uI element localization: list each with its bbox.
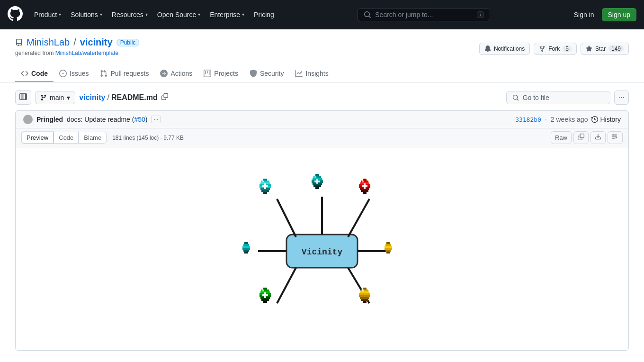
- svg-rect-38: [361, 190, 368, 192]
- tab-code[interactable]: Code: [15, 66, 54, 82]
- chevron-down-icon: ▾: [145, 12, 148, 17]
- svg-rect-63: [262, 290, 264, 291]
- commit-time: ·: [545, 116, 547, 123]
- sidebar-toggle-button[interactable]: [15, 90, 31, 105]
- site-header: Product ▾ Solutions ▾ Resources ▾ Open S…: [0, 0, 644, 29]
- svg-rect-48: [244, 252, 248, 253]
- repo-icon: [15, 39, 23, 46]
- file-view-tabs: Preview Code Blame: [21, 132, 107, 144]
- svg-rect-66: [363, 288, 367, 290]
- copy-path-button[interactable]: [160, 92, 170, 102]
- list-icon: [612, 134, 618, 140]
- tab-projects[interactable]: Projects: [198, 66, 244, 82]
- tab-security[interactable]: Security: [244, 66, 290, 82]
- svg-rect-18: [262, 181, 264, 182]
- svg-rect-42: [362, 185, 367, 187]
- svg-rect-72: [361, 299, 368, 301]
- breadcrumb-separator: /: [107, 93, 109, 102]
- svg-line-3: [277, 199, 296, 237]
- commit-pr-link[interactable]: #50: [134, 116, 145, 123]
- bell-icon: [484, 45, 491, 52]
- header-auth-actions: Sign in Sign up: [570, 8, 636, 21]
- svg-line-8: [277, 268, 296, 303]
- svg-text:Vicinity: Vicinity: [302, 247, 343, 257]
- tab-pull-requests[interactable]: Pull requests: [94, 66, 154, 82]
- readme-image: Vicinity: [27, 159, 617, 339]
- tab-actions[interactable]: Actions: [154, 66, 198, 82]
- repo-tabs: Code Issues Pull requests Actions Projec…: [15, 66, 629, 82]
- svg-rect-10: [263, 179, 267, 181]
- tab-issues[interactable]: Issues: [54, 66, 94, 82]
- chevron-down-icon: ▾: [59, 12, 61, 17]
- sidebar-icon: [19, 93, 27, 100]
- projects-icon: [204, 70, 211, 77]
- fork-icon: [539, 45, 546, 52]
- svg-rect-31: [314, 181, 320, 182]
- commit-author[interactable]: Pringled: [36, 116, 63, 123]
- main-content: main ▾ vicinity / README.md Go to file: [0, 82, 644, 358]
- github-logo[interactable]: [8, 6, 23, 23]
- nav-pricing[interactable]: Pricing: [250, 8, 278, 21]
- repo-subtitle: generated from MinishLab/watertemplate: [15, 50, 139, 60]
- nav-enterprise[interactable]: Enterprise ▾: [206, 8, 248, 21]
- nav-resources[interactable]: Resources ▾: [108, 8, 152, 21]
- commit-hash[interactable]: 33182b0: [515, 116, 541, 123]
- svg-rect-44: [243, 244, 249, 246]
- repo-name[interactable]: vicinity: [80, 37, 113, 48]
- svg-rect-53: [385, 250, 391, 252]
- search-placeholder: Search or jump to...: [375, 11, 473, 18]
- svg-rect-28: [315, 187, 319, 189]
- preview-tab[interactable]: Preview: [21, 132, 54, 144]
- fork-button[interactable]: Fork 5: [534, 43, 577, 55]
- svg-rect-52: [385, 248, 392, 250]
- breadcrumb-repo-link[interactable]: vicinity: [79, 93, 105, 102]
- file-header: main ▾ vicinity / README.md Go to file: [15, 90, 629, 105]
- star-icon: [586, 45, 592, 52]
- nav-open-source[interactable]: Open Source ▾: [153, 8, 205, 21]
- nav-solutions[interactable]: Solutions ▾: [67, 8, 106, 21]
- raw-button[interactable]: Raw: [551, 131, 572, 144]
- history-icon: [591, 116, 598, 123]
- file-toolbar: Preview Code Blame 181 lines (145 loc) ·…: [16, 128, 628, 147]
- signup-button[interactable]: Sign up: [602, 8, 636, 21]
- go-to-file-button[interactable]: Go to file: [506, 91, 610, 104]
- history-link[interactable]: History: [591, 116, 621, 123]
- commit-expand-button[interactable]: ···: [151, 116, 161, 123]
- svg-rect-21: [315, 174, 319, 176]
- code-tab[interactable]: Code: [54, 132, 79, 144]
- svg-rect-62: [263, 301, 267, 303]
- copy-raw-button[interactable]: [573, 131, 589, 144]
- header-search-area: Search or jump to... /: [286, 8, 563, 21]
- star-button[interactable]: Star 149: [581, 43, 629, 55]
- search-shortcut: /: [477, 11, 484, 18]
- search-icon: [364, 11, 371, 18]
- search-box[interactable]: Search or jump to... /: [358, 8, 490, 21]
- commit-timestamp: 2 weeks ago: [551, 116, 588, 123]
- file-actions: Raw: [551, 131, 623, 144]
- svg-rect-39: [363, 192, 367, 194]
- repo-org[interactable]: MinishLab: [27, 37, 70, 48]
- signin-button[interactable]: Sign in: [570, 9, 598, 21]
- code-icon: [21, 70, 28, 77]
- blame-tab[interactable]: Blame: [79, 132, 107, 144]
- chevron-down-icon: ▾: [67, 94, 70, 101]
- repo-actions: Notifications Fork 5 Star 149: [479, 43, 629, 55]
- svg-rect-71: [360, 297, 369, 299]
- repo-title: MinishLab / vicinity Public: [15, 37, 139, 48]
- svg-rect-50: [385, 244, 391, 246]
- chevron-down-icon: ▾: [242, 12, 244, 17]
- download-button[interactable]: [590, 131, 606, 144]
- nav-product[interactable]: Product ▾: [30, 8, 65, 21]
- svg-rect-61: [261, 299, 269, 301]
- svg-rect-55: [263, 288, 267, 290]
- more-options-button[interactable]: ···: [614, 90, 629, 105]
- branch-selector[interactable]: main ▾: [35, 91, 75, 104]
- svg-rect-47: [243, 250, 249, 252]
- repo-header: MinishLab / vicinity Public generated fr…: [0, 29, 644, 82]
- template-link[interactable]: MinishLab/watertemplate: [55, 50, 118, 56]
- fork-count: 5: [563, 45, 572, 52]
- notifications-button[interactable]: Notifications: [479, 43, 530, 55]
- tab-insights[interactable]: Insights: [289, 66, 334, 82]
- svg-point-0: [26, 116, 30, 120]
- outline-button[interactable]: [608, 131, 623, 144]
